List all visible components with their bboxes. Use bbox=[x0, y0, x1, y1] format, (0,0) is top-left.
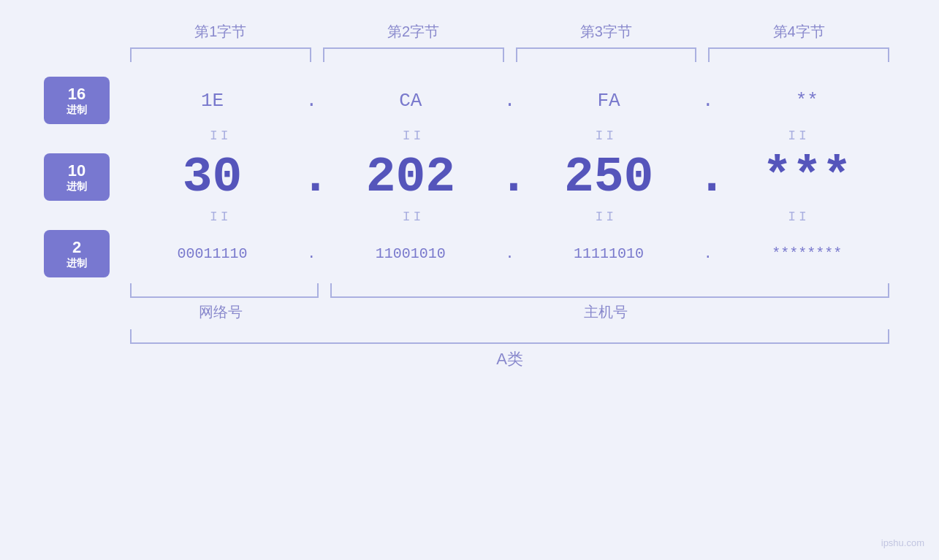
byte3-header: 第3字节 bbox=[510, 22, 703, 42]
eq2-b3: II bbox=[510, 210, 703, 224]
hex-values: 1E . CA . FA . ** bbox=[124, 90, 895, 112]
class-label-row: A类 bbox=[44, 348, 895, 370]
bin-b4: ******** bbox=[719, 245, 895, 262]
equals-row-2: II II II II bbox=[44, 210, 895, 224]
eq1-b1: II bbox=[124, 129, 317, 143]
bin-badge-num: 2 bbox=[72, 238, 81, 257]
bin-b1: 00011110 bbox=[124, 245, 300, 262]
main-container: 第1字节 第2字节 第3字节 第4字节 16 进制 1E . CA . FA .… bbox=[0, 0, 939, 560]
hex-b3: FA bbox=[521, 90, 697, 112]
bin-dot2: . bbox=[499, 245, 521, 262]
net-host-bracket-row bbox=[44, 283, 895, 298]
hex-badge: 16 进制 bbox=[44, 77, 110, 124]
dec-badge: 10 进制 bbox=[44, 153, 110, 201]
eq1-b2: II bbox=[317, 129, 510, 143]
dec-b2: 202 bbox=[322, 149, 498, 205]
binary-row: 2 进制 00011110 . 11001010 . 11111010 . **… bbox=[44, 230, 895, 277]
hex-dot3: . bbox=[697, 90, 719, 112]
hex-b4: ** bbox=[719, 90, 895, 112]
class-bracket-row bbox=[44, 329, 895, 344]
dec-b3: 250 bbox=[521, 149, 697, 205]
hex-dot1: . bbox=[300, 90, 322, 112]
byte4-top-bracket bbox=[708, 47, 889, 62]
hex-dot2: . bbox=[499, 90, 521, 112]
hex-row: 16 进制 1E . CA . FA . ** bbox=[44, 77, 895, 124]
dec-b1: 30 bbox=[124, 149, 300, 205]
bin-badge-unit: 进制 bbox=[66, 257, 87, 269]
bin-b3: 11111010 bbox=[521, 245, 697, 262]
byte1-header: 第1字节 bbox=[124, 22, 317, 42]
equals-row-1: II II II II bbox=[44, 129, 895, 143]
dec-badge-num: 10 bbox=[68, 161, 85, 180]
dec-b4: *** bbox=[719, 149, 895, 205]
top-bracket-row bbox=[44, 47, 895, 62]
eq2-b2: II bbox=[317, 210, 510, 224]
hex-b2: CA bbox=[322, 90, 498, 112]
host-bracket bbox=[330, 283, 889, 298]
class-a-bracket bbox=[130, 329, 889, 344]
byte2-top-bracket bbox=[323, 47, 504, 62]
dec-dot3: . bbox=[697, 149, 719, 205]
hex-badge-unit: 进制 bbox=[66, 104, 87, 116]
decimal-row: 10 进制 30 . 202 . 250 . *** bbox=[44, 149, 895, 205]
bin-b2: 11001010 bbox=[322, 245, 498, 262]
hex-b1: 1E bbox=[124, 90, 300, 112]
dec-badge-unit: 进制 bbox=[66, 180, 87, 193]
hex-badge-num: 16 bbox=[68, 85, 85, 104]
dec-dot1: . bbox=[300, 149, 322, 205]
network-bracket bbox=[130, 283, 319, 298]
dec-values: 30 . 202 . 250 . *** bbox=[124, 149, 895, 205]
byte1-top-bracket bbox=[130, 47, 311, 62]
class-a-label: A类 bbox=[124, 348, 895, 370]
eq2-b4: II bbox=[702, 210, 895, 224]
eq1-b4: II bbox=[702, 129, 895, 143]
network-label: 网络号 bbox=[124, 302, 317, 322]
bin-dot3: . bbox=[697, 245, 719, 262]
bin-values: 00011110 . 11001010 . 11111010 . *******… bbox=[124, 245, 895, 262]
header-row: 第1字节 第2字节 第3字节 第4字节 bbox=[44, 22, 895, 42]
eq2-b1: II bbox=[124, 210, 317, 224]
dec-dot2: . bbox=[499, 149, 521, 205]
host-label: 主机号 bbox=[317, 302, 895, 322]
bin-dot1: . bbox=[300, 245, 322, 262]
eq1-b3: II bbox=[510, 129, 703, 143]
byte3-top-bracket bbox=[516, 47, 697, 62]
watermark: ipshu.com bbox=[881, 537, 924, 548]
byte2-header: 第2字节 bbox=[317, 22, 510, 42]
bin-badge: 2 进制 bbox=[44, 230, 110, 277]
net-host-label-row: 网络号 主机号 bbox=[44, 302, 895, 322]
byte4-header: 第4字节 bbox=[702, 22, 895, 42]
